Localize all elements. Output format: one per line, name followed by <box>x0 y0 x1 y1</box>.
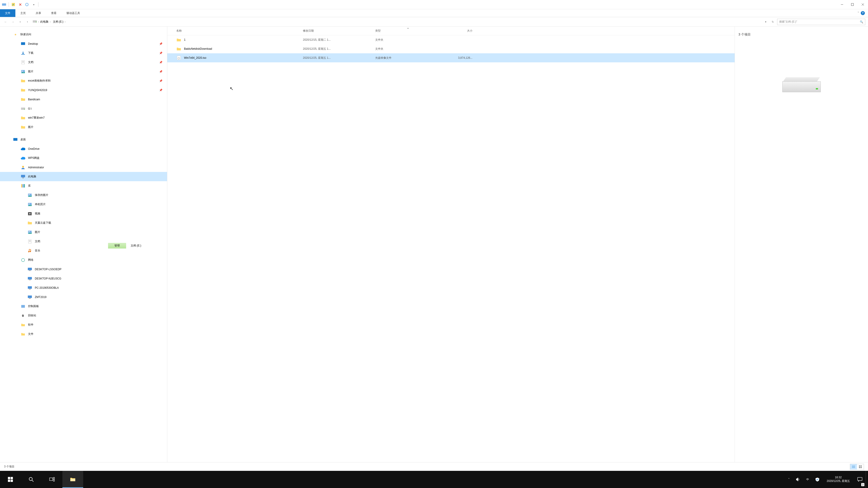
tree-desktop-item[interactable]: WPS网盘 <box>0 153 167 163</box>
tree-desktop-item[interactable]: 此电脑 <box>0 172 167 181</box>
nav-back-button[interactable]: ← <box>3 19 8 25</box>
tree-network[interactable]: 网络 <box>0 255 167 265</box>
svg-rect-44 <box>21 305 25 308</box>
col-header-name[interactable]: 名称 <box>176 29 303 33</box>
tree-library-item[interactable]: 音乐 <box>0 246 167 255</box>
navigation-pane[interactable]: ★ 快速访问 Desktop📌下载📌文档📌图片📌excel表格制作求和📌YUNQ… <box>0 27 167 462</box>
pin-icon: 📌 <box>159 70 162 73</box>
svg-rect-21 <box>22 177 24 178</box>
show-desktop-button[interactable] <box>866 471 868 488</box>
computer-icon <box>28 267 32 271</box>
tree-network-item[interactable]: DESKTOP-NJEU3CG <box>0 274 167 283</box>
refresh-button[interactable]: ↻ <box>770 19 776 25</box>
svg-point-19 <box>22 166 24 168</box>
status-item-count: 3 个项目 <box>4 465 14 468</box>
tree-desktop-item[interactable]: 库 <box>0 181 167 191</box>
ribbon-tab-file[interactable]: 文件 <box>0 9 16 17</box>
task-view-button[interactable] <box>41 471 62 488</box>
breadcrumb-drive-e[interactable]: 文档 (E:)› <box>52 20 66 24</box>
svg-rect-37 <box>29 270 31 271</box>
ribbon-expand-icon[interactable]: ˅ <box>858 11 859 15</box>
tree-desktop-root[interactable]: 桌面 <box>0 135 167 144</box>
tree-quick-item[interactable]: Bandicam <box>0 95 167 104</box>
svg-rect-22 <box>21 184 22 188</box>
file-list[interactable]: 12020/12/15, 星期二 1...文件夹BaiduNetdiskDown… <box>167 35 735 462</box>
qat-properties-icon[interactable] <box>11 2 16 7</box>
tree-library-item[interactable]: 图片 <box>0 228 167 237</box>
tree-control-panel[interactable]: 控制面板 <box>0 302 167 311</box>
file-row[interactable]: 12020/12/15, 星期二 1...文件夹 <box>167 35 735 44</box>
col-header-type[interactable]: 类型 <box>375 29 436 33</box>
tree-quick-item[interactable]: 文档📌 <box>0 58 167 67</box>
tree-quick-item[interactable]: 下载📌 <box>0 48 167 58</box>
file-row[interactable]: BaiduNetdiskDownload2020/12/25, 星期五 1...… <box>167 44 735 53</box>
tree-library-item[interactable]: 本机照片 <box>0 200 167 209</box>
explorer-window: ✕ ▾ 管理 文档 (E:) 文件 主页 共享 查看 驱动器工具 ˅ ? ← →… <box>0 0 868 471</box>
tree-quick-item[interactable]: 图片📌 <box>0 67 167 76</box>
view-thumbnails-button[interactable] <box>857 464 864 469</box>
qat-delete-icon[interactable]: ✕ <box>18 2 22 7</box>
taskbar-explorer-button[interactable] <box>62 471 83 488</box>
tray-date: 2020/12/25, 星期五 <box>827 480 850 483</box>
column-headers: ▲ 名称 修改日期 类型 大小 <box>167 27 735 35</box>
search-icon[interactable]: 🔍 <box>860 20 863 24</box>
tree-recycle-bin[interactable]: 🗑 回收站 <box>0 311 167 320</box>
tree-quick-access[interactable]: ★ 快速访问 <box>0 30 167 39</box>
minimize-button[interactable] <box>837 1 847 8</box>
tree-library-item[interactable]: 视频 <box>0 209 167 218</box>
svg-rect-16 <box>21 107 25 110</box>
ribbon-tab-view[interactable]: 查看 <box>46 9 61 17</box>
tree-library-item[interactable]: 天翼云盘下载 <box>0 218 167 228</box>
tray-overflow-button[interactable]: ˄ <box>785 471 793 488</box>
tree-network-item[interactable]: ZMT2019 <box>0 292 167 302</box>
start-button[interactable] <box>0 471 21 488</box>
tree-library-item[interactable]: 保存的图片 <box>0 191 167 200</box>
svg-point-35 <box>22 258 25 262</box>
tray-notifications-button[interactable]: 3 <box>854 471 866 488</box>
col-header-size[interactable]: 大小 <box>436 29 477 33</box>
nav-up-button[interactable]: ↑ <box>24 19 30 25</box>
nav-forward-button[interactable]: → <box>10 19 16 25</box>
file-row[interactable]: Win7x64_2020.iso2020/12/25, 星期五 1...光盘映像… <box>167 53 735 62</box>
pin-icon: 📌 <box>159 79 162 83</box>
tree-network-item[interactable]: DESKTOP-LSSOEDP <box>0 265 167 274</box>
tree-folder-software[interactable]: 软件 <box>0 320 167 329</box>
breadcrumb-thispc[interactable]: 此电脑› <box>39 20 51 24</box>
tray-volume-icon[interactable] <box>793 471 803 488</box>
folder-icon <box>176 46 181 51</box>
close-button[interactable] <box>858 1 868 8</box>
svg-rect-55 <box>11 477 13 479</box>
tree-quick-item[interactable]: YUNQISHI2019📌 <box>0 86 167 95</box>
tree-desktop-item[interactable]: OneDrive <box>0 144 167 153</box>
tree-quick-item[interactable]: 图片 <box>0 123 167 132</box>
chevron-right-icon[interactable]: › <box>38 21 39 23</box>
tree-network-item[interactable]: PC-20190530OBLA <box>0 283 167 292</box>
qat-dropdown-icon[interactable]: ▾ <box>31 2 36 7</box>
address-dropdown-icon[interactable]: ▾ <box>763 19 769 25</box>
tree-quick-item[interactable]: excel表格制作求和📌 <box>0 76 167 86</box>
svg-point-58 <box>29 477 32 481</box>
iso-icon <box>176 55 181 60</box>
tree-quick-item[interactable]: G:\ <box>0 104 167 113</box>
tree-quick-item[interactable]: Desktop📌 <box>0 39 167 48</box>
qat-undo-icon[interactable] <box>25 2 29 7</box>
tray-clock[interactable]: 16:32 2020/12/25, 星期五 <box>823 471 854 488</box>
maximize-button[interactable] <box>847 1 858 8</box>
tree-library-item[interactable]: 文档 <box>0 237 167 246</box>
ribbon-tab-home[interactable]: 主页 <box>16 9 31 17</box>
ribbon-tab-share[interactable]: 共享 <box>31 9 46 17</box>
qat-app-icon[interactable] <box>2 2 6 7</box>
tree-folder-files[interactable]: 文件 <box>0 329 167 339</box>
tray-time: 16:32 <box>835 476 842 480</box>
tree-desktop-item[interactable]: Administrator <box>0 163 167 172</box>
ribbon-tab-drive-tools[interactable]: 驱动器工具 <box>61 9 85 17</box>
search-input[interactable]: 搜索"文档 (E:)" 🔍 <box>777 19 865 25</box>
view-details-button[interactable] <box>850 464 857 469</box>
help-icon[interactable]: ? <box>861 11 865 15</box>
nav-recent-dropdown[interactable]: ▾ <box>17 19 23 25</box>
tree-quick-item[interactable]: win7重装win7 <box>0 113 167 123</box>
tray-security-icon[interactable] <box>812 471 823 488</box>
tray-ime-indicator[interactable]: 中 <box>803 471 812 488</box>
col-header-date[interactable]: 修改日期 <box>303 29 375 33</box>
taskbar-search-button[interactable] <box>21 471 41 488</box>
